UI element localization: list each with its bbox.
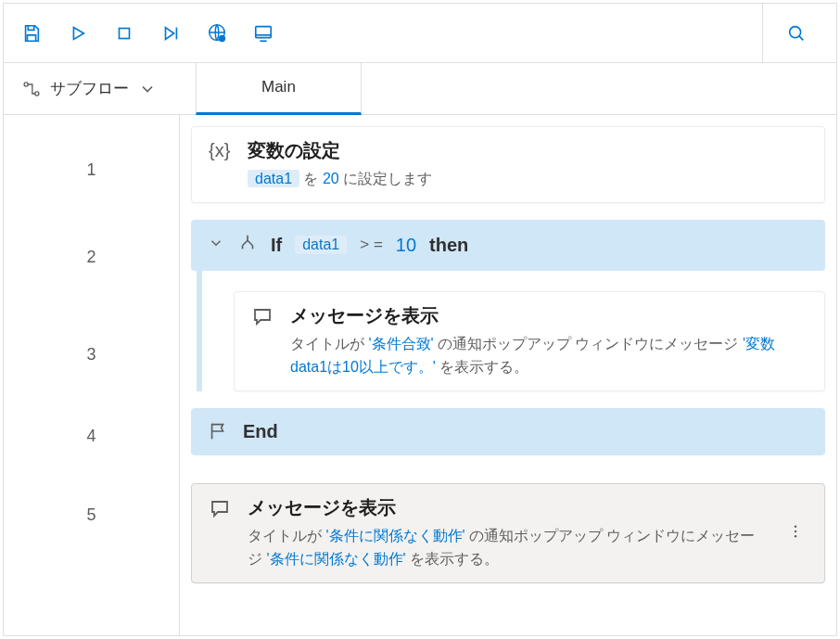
search-button[interactable] bbox=[776, 13, 817, 54]
monitor-icon bbox=[253, 23, 274, 44]
action-if[interactable]: If data1 > = 10 then bbox=[191, 220, 825, 271]
end-label: End bbox=[243, 421, 278, 442]
subflows-dropdown[interactable]: サブフロー bbox=[22, 78, 157, 99]
literal-value: 10 bbox=[396, 235, 416, 256]
line-number: 4 bbox=[4, 408, 179, 464]
svg-point-9 bbox=[24, 82, 28, 85]
svg-rect-0 bbox=[120, 28, 130, 38]
variable-token: data1 bbox=[248, 170, 299, 187]
line-number: 3 bbox=[4, 300, 179, 408]
svg-point-13 bbox=[795, 535, 796, 537]
action-title: メッセージを表示 bbox=[290, 303, 808, 328]
branch-icon bbox=[237, 233, 258, 258]
if-body: メッセージを表示 タイトルが '条件合致' の通知ポップアップ ウィンドウにメッ… bbox=[197, 271, 825, 391]
tab-main[interactable]: Main bbox=[196, 63, 362, 115]
collapse-toggle[interactable] bbox=[208, 235, 224, 256]
web-recorder-button[interactable] bbox=[197, 13, 237, 54]
save-icon bbox=[21, 23, 42, 44]
action-description: タイトルが '条件に関係なく動作' の通知ポップアップ ウィンドウにメッセージ … bbox=[248, 524, 767, 571]
message-icon bbox=[251, 305, 274, 327]
workspace: 1 2 3 4 5 {x} 変数の設定 data1 を 20 に設定します bbox=[4, 115, 836, 635]
line-number: 5 bbox=[4, 464, 179, 566]
toolbar bbox=[4, 4, 836, 63]
line-gutter: 1 2 3 4 5 bbox=[4, 115, 180, 635]
subflow-icon bbox=[22, 80, 41, 98]
message-icon bbox=[209, 497, 231, 519]
stop-icon bbox=[114, 23, 134, 44]
play-icon bbox=[68, 23, 88, 44]
if-keyword: If bbox=[271, 235, 282, 256]
more-vertical-icon bbox=[787, 523, 804, 540]
svg-rect-4 bbox=[256, 26, 272, 37]
variable-token: data1 bbox=[295, 236, 347, 254]
svg-point-12 bbox=[795, 530, 796, 532]
svg-point-10 bbox=[35, 91, 39, 95]
subflows-label: サブフロー bbox=[50, 78, 129, 99]
action-title: 変数の設定 bbox=[248, 138, 808, 163]
svg-point-11 bbox=[795, 526, 796, 528]
chevron-down-icon bbox=[208, 235, 224, 251]
then-keyword: then bbox=[429, 235, 468, 256]
action-end[interactable]: End bbox=[191, 408, 825, 455]
desktop-recorder-button[interactable] bbox=[243, 13, 284, 54]
step-icon bbox=[160, 23, 181, 44]
svg-point-3 bbox=[219, 34, 225, 41]
run-button[interactable] bbox=[57, 13, 98, 54]
action-set-variable[interactable]: {x} 変数の設定 data1 を 20 に設定します bbox=[191, 126, 825, 203]
variable-icon: {x} bbox=[209, 140, 231, 162]
chevron-down-icon bbox=[138, 80, 157, 98]
step-button[interactable] bbox=[150, 13, 191, 54]
more-options-button[interactable] bbox=[783, 519, 808, 546]
stop-button[interactable] bbox=[104, 13, 145, 54]
line-number: 2 bbox=[4, 213, 179, 300]
globe-icon bbox=[207, 23, 227, 44]
flag-icon bbox=[208, 421, 228, 441]
action-description: タイトルが '条件合致' の通知ポップアップ ウィンドウにメッセージ '変数da… bbox=[290, 332, 808, 379]
tab-bar: サブフロー Main bbox=[4, 63, 836, 115]
action-description: data1 を 20 に設定します bbox=[248, 167, 808, 191]
svg-point-7 bbox=[789, 26, 800, 37]
action-display-message[interactable]: メッセージを表示 タイトルが '条件に関係なく動作' の通知ポップアップ ウィン… bbox=[191, 483, 825, 583]
action-title: メッセージを表示 bbox=[248, 495, 767, 520]
line-number: 1 bbox=[4, 126, 179, 213]
svg-line-8 bbox=[798, 35, 802, 39]
save-button[interactable] bbox=[11, 13, 52, 54]
search-icon bbox=[786, 23, 807, 44]
flow-canvas: {x} 変数の設定 data1 を 20 に設定します If da bbox=[180, 115, 836, 635]
operator: > = bbox=[360, 236, 383, 254]
action-display-message[interactable]: メッセージを表示 タイトルが '条件合致' の通知ポップアップ ウィンドウにメッ… bbox=[234, 291, 825, 391]
